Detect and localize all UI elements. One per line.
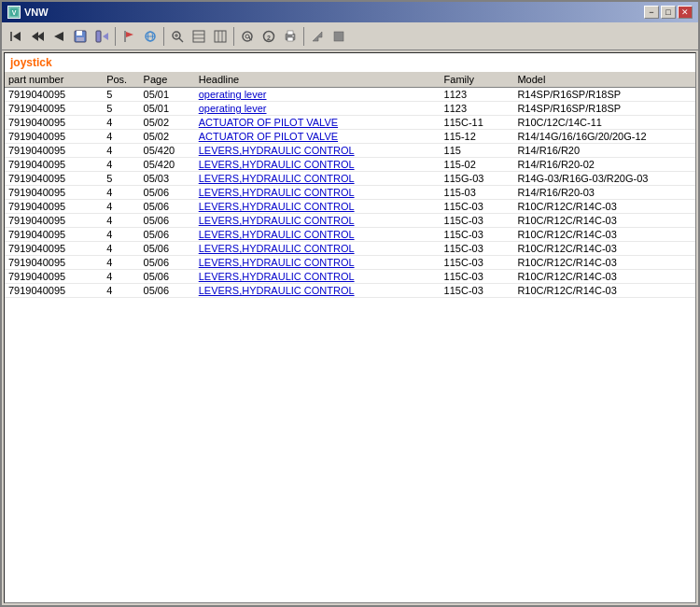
prev-group-button[interactable] [27, 26, 48, 47]
cell-headline[interactable]: LEVERS,HYDRAULIC CONTROL [195, 228, 441, 242]
arrow-button[interactable] [307, 26, 328, 47]
cell-headline[interactable]: LEVERS,HYDRAULIC CONTROL [195, 172, 441, 186]
cell-headline[interactable]: LEVERS,HYDRAULIC CONTROL [195, 144, 441, 158]
app-icon: V [7, 6, 21, 19]
cell-family: 1123 [441, 102, 514, 116]
cell-page: 05/02 [140, 116, 195, 130]
table-row: 7919040095405/06LEVERS,HYDRAULIC CONTROL… [5, 270, 695, 284]
title-bar: V VNW − □ ✕ [2, 2, 698, 22]
cell-page: 05/06 [140, 284, 195, 298]
svg-rect-24 [215, 31, 226, 42]
cell-model: R14/R16/R20 [513, 144, 695, 158]
svg-text:2: 2 [267, 34, 271, 40]
cell-page: 05/06 [140, 214, 195, 228]
forward-button[interactable] [91, 26, 112, 47]
headline-link[interactable]: LEVERS,HYDRAULIC CONTROL [199, 159, 355, 170]
cell-model: R14/R16/R20-03 [513, 186, 695, 200]
save-button[interactable] [70, 26, 91, 47]
separator-4 [303, 27, 304, 46]
cell-family: 115C-11 [441, 116, 514, 130]
table-row: 7919040095405/06LEVERS,HYDRAULIC CONTROL… [5, 214, 695, 228]
svg-marker-3 [13, 32, 21, 41]
header-family: Family [441, 72, 514, 88]
cell-headline[interactable]: operating lever [195, 102, 441, 116]
cell-part-number: 7919040095 [5, 172, 103, 186]
cell-pos: 5 [103, 88, 139, 102]
cell-part-number: 7919040095 [5, 144, 103, 158]
cell-page: 05/06 [140, 270, 195, 284]
minimize-button[interactable]: − [644, 6, 659, 19]
table-row: 7919040095505/03LEVERS,HYDRAULIC CONTROL… [5, 172, 695, 186]
print-button[interactable] [280, 26, 301, 47]
headline-link[interactable]: LEVERS,HYDRAULIC CONTROL [199, 257, 355, 268]
cell-headline[interactable]: LEVERS,HYDRAULIC CONTROL [195, 284, 441, 298]
close-button[interactable]: ✕ [678, 6, 693, 19]
cell-headline[interactable]: LEVERS,HYDRAULIC CONTROL [195, 214, 441, 228]
headline-link[interactable]: operating lever [199, 89, 267, 100]
cell-model: R10C/12C/14C-11 [513, 116, 695, 130]
headline-link[interactable]: LEVERS,HYDRAULIC CONTROL [199, 173, 355, 184]
cell-family: 115-02 [441, 158, 514, 172]
svg-rect-21 [193, 31, 204, 42]
header-model: Model [513, 72, 695, 88]
headline-link[interactable]: ACTUATOR OF PILOT VALVE [199, 131, 338, 142]
search-label: joystick [5, 53, 695, 72]
cell-family: 115C-03 [441, 200, 514, 214]
maximize-button[interactable]: □ [661, 6, 676, 19]
cell-headline[interactable]: LEVERS,HYDRAULIC CONTROL [195, 270, 441, 284]
cell-part-number: 7919040095 [5, 270, 103, 284]
svg-point-28 [245, 35, 249, 38]
cell-part-number: 7919040095 [5, 214, 103, 228]
headline-link[interactable]: LEVERS,HYDRAULIC CONTROL [199, 145, 355, 156]
cell-headline[interactable]: LEVERS,HYDRAULIC CONTROL [195, 256, 441, 270]
headline-link[interactable]: LEVERS,HYDRAULIC CONTROL [199, 285, 355, 296]
headline-link[interactable]: LEVERS,HYDRAULIC CONTROL [199, 271, 355, 282]
headline-link[interactable]: LEVERS,HYDRAULIC CONTROL [199, 187, 355, 198]
cell-model: R10C/R12C/R14C-03 [513, 270, 695, 284]
headline-link[interactable]: operating lever [199, 103, 267, 114]
cell-part-number: 7919040095 [5, 116, 103, 130]
grid-button-2[interactable] [210, 26, 231, 47]
flag-button[interactable] [119, 26, 139, 47]
headline-link[interactable]: LEVERS,HYDRAULIC CONTROL [199, 201, 355, 212]
cell-page: 05/420 [140, 144, 195, 158]
cell-model: R10C/R12C/R14C-03 [513, 284, 695, 298]
cell-model: R14/R16/R20-02 [513, 158, 695, 172]
cell-model: R14SP/R16SP/R18SP [513, 102, 695, 116]
header-page: Page [140, 72, 195, 88]
grid-button-1[interactable] [189, 26, 209, 47]
cell-model: R14G-03/R16G-03/R20G-03 [513, 172, 695, 186]
separator-2 [163, 27, 164, 46]
cell-headline[interactable]: LEVERS,HYDRAULIC CONTROL [195, 242, 441, 256]
zoom-button[interactable] [167, 26, 188, 47]
cell-pos: 5 [103, 102, 139, 116]
cell-headline[interactable]: LEVERS,HYDRAULIC CONTROL [195, 200, 441, 214]
cell-headline[interactable]: LEVERS,HYDRAULIC CONTROL [195, 158, 441, 172]
cell-model: R10C/R12C/R14C-03 [513, 214, 695, 228]
headline-link[interactable]: ACTUATOR OF PILOT VALVE [199, 117, 338, 128]
headline-link[interactable]: LEVERS,HYDRAULIC CONTROL [199, 215, 355, 226]
cell-part-number: 7919040095 [5, 228, 103, 242]
main-window: V VNW − □ ✕ [0, 0, 700, 607]
svg-line-18 [179, 38, 183, 42]
cell-pos: 4 [103, 214, 139, 228]
cell-family: 115C-03 [441, 214, 514, 228]
first-button[interactable] [6, 26, 26, 47]
cell-headline[interactable]: operating lever [195, 88, 441, 102]
circle-2-button[interactable]: 2 [259, 26, 279, 47]
cell-page: 05/420 [140, 158, 195, 172]
cell-part-number: 7919040095 [5, 200, 103, 214]
headline-link[interactable]: LEVERS,HYDRAULIC CONTROL [199, 243, 355, 254]
at-button[interactable] [237, 26, 258, 47]
headline-link[interactable]: LEVERS,HYDRAULIC CONTROL [199, 229, 355, 240]
stop-button[interactable] [329, 26, 349, 47]
svg-rect-9 [77, 37, 84, 41]
cell-pos: 4 [103, 284, 139, 298]
svg-marker-6 [54, 32, 63, 41]
cell-headline[interactable]: ACTUATOR OF PILOT VALVE [195, 130, 441, 144]
cell-headline[interactable]: ACTUATOR OF PILOT VALVE [195, 116, 441, 130]
prev-button[interactable] [49, 26, 69, 47]
separator-3 [233, 27, 234, 46]
cell-headline[interactable]: LEVERS,HYDRAULIC CONTROL [195, 186, 441, 200]
globe-button[interactable] [140, 26, 161, 47]
